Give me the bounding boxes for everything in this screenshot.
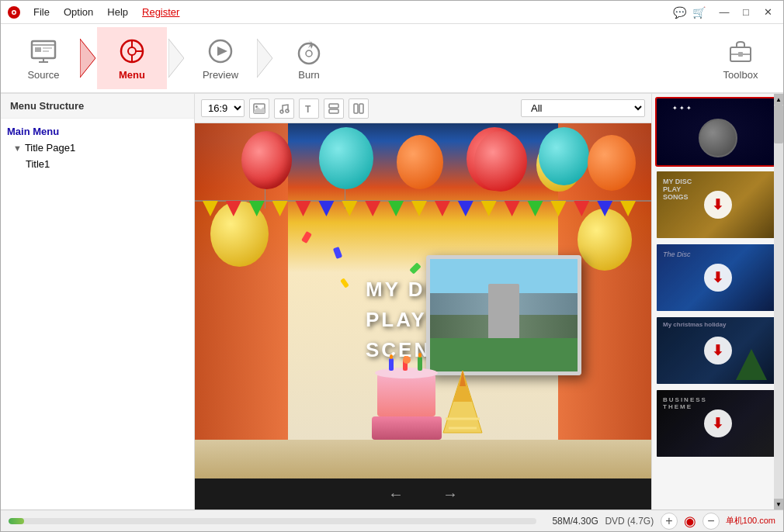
- svg-marker-52: [550, 201, 566, 216]
- status-dvd: DVD (4.7G): [598, 516, 661, 527]
- menu-button[interactable]: Menu: [97, 27, 167, 89]
- music-tool-btn[interactable]: [274, 98, 294, 119]
- svg-rect-35: [359, 104, 363, 113]
- tpl-5-download-btn[interactable]: ⬇: [704, 409, 732, 437]
- scroll-down-btn[interactable]: ▼: [774, 499, 783, 510]
- preview-button[interactable]: Preview: [186, 27, 255, 89]
- chevron-icon: ▼: [13, 143, 22, 153]
- svg-marker-41: [296, 201, 311, 216]
- svg-marker-11: [80, 39, 95, 78]
- source-button[interactable]: Source: [9, 27, 78, 89]
- svg-point-22: [306, 50, 312, 57]
- layout-tool-btn-1[interactable]: [324, 98, 344, 119]
- svg-marker-17: [168, 39, 184, 78]
- canvas-area: MY DISC PLAY SCENES: [195, 123, 651, 510]
- toolbox-button[interactable]: Toolbox: [706, 27, 775, 89]
- svg-marker-49: [481, 201, 497, 216]
- svg-marker-50: [505, 201, 520, 216]
- svg-marker-39: [249, 201, 265, 216]
- template-filter-select[interactable]: All Wedding Birthday Travel Business Chr…: [521, 99, 645, 117]
- menu-option[interactable]: Option: [57, 5, 99, 19]
- canvas-preview[interactable]: MY DISC PLAY SCENES: [195, 123, 651, 478]
- svg-rect-32: [329, 104, 338, 108]
- app-window: File Option Help Register 💬 🛒 — □ ✕: [0, 0, 784, 532]
- svg-rect-34: [354, 104, 358, 113]
- sub-toolbar: 16:9 4:3: [195, 94, 651, 123]
- filter-area: All Wedding Birthday Travel Business Chr…: [521, 99, 645, 117]
- svg-rect-5: [35, 47, 41, 52]
- svg-marker-44: [365, 201, 380, 216]
- template-item-3[interactable]: The Disc ⬇: [655, 243, 780, 313]
- title-page1-label: Title Page1: [25, 142, 75, 154]
- zoom-out-btn[interactable]: −: [702, 513, 720, 530]
- menu-register[interactable]: Register: [136, 5, 186, 19]
- svg-point-13: [128, 47, 136, 55]
- close-button[interactable]: ✕: [758, 5, 777, 20]
- balloon-orange-2: [588, 135, 636, 191]
- watermark: 单机100.com: [726, 515, 775, 527]
- template-list: ✦ ✦ ✦ MY DISCPLAYSONGS ⬇ The Disc: [652, 94, 783, 510]
- nav-prev-button[interactable]: ←: [380, 482, 411, 506]
- svg-point-29: [280, 110, 283, 113]
- minimize-button[interactable]: —: [715, 5, 734, 20]
- template-item-5[interactable]: BUSINESSTHEME ⬇: [655, 389, 780, 458]
- template-item-1[interactable]: ✦ ✦ ✦: [655, 97, 780, 167]
- aspect-ratio-select[interactable]: 16:9 4:3: [201, 99, 245, 117]
- preview-icon: [206, 36, 235, 66]
- nav-next-button[interactable]: →: [435, 482, 466, 506]
- tree-item-main-menu[interactable]: Main Menu: [1, 123, 194, 140]
- arrow-sep-2: [167, 35, 186, 81]
- svg-marker-38: [226, 201, 241, 216]
- source-label: Source: [27, 69, 59, 81]
- status-right: + ◉ − 单机100.com: [661, 513, 775, 530]
- toolbox-icon: [726, 36, 755, 66]
- menu-file[interactable]: File: [27, 5, 56, 19]
- template-item-4[interactable]: My christmas holiday ⬇: [655, 316, 780, 385]
- svg-marker-28: [254, 107, 265, 113]
- scroll-up-btn[interactable]: ▲: [774, 94, 783, 105]
- image-tool-btn[interactable]: [249, 98, 269, 119]
- tpl-1-bg: ✦ ✦ ✦: [657, 98, 779, 165]
- thumb-building: [488, 284, 519, 338]
- svg-marker-53: [574, 201, 589, 216]
- scroll-thumb[interactable]: [774, 105, 783, 143]
- tpl-3-download-btn[interactable]: ⬇: [704, 264, 732, 292]
- tpl-1-stars: ✦ ✦ ✦: [672, 105, 692, 112]
- text-tool-btn[interactable]: T: [299, 98, 319, 119]
- bunting: [195, 197, 651, 220]
- svg-rect-7: [43, 50, 49, 52]
- scene: MY DISC PLAY SCENES: [195, 123, 651, 478]
- burn-label: Burn: [298, 69, 319, 81]
- svg-rect-6: [43, 47, 52, 49]
- balloon-teal-2: [539, 127, 589, 185]
- svg-marker-40: [272, 201, 288, 216]
- left-panel: Menu Structure Main Menu ▼ Title Page1 T…: [1, 94, 195, 510]
- title-bar-left: File Option Help Register: [7, 5, 186, 19]
- music-icon: [279, 103, 290, 114]
- svg-text:T: T: [305, 104, 311, 114]
- tpl-2-download-btn[interactable]: ⬇: [704, 191, 732, 219]
- cake-group: [377, 374, 442, 440]
- arrow-sep-1: [78, 35, 97, 81]
- flame-1: [390, 354, 393, 359]
- title1-label: Title1: [26, 158, 50, 170]
- tpl-1-disc: [699, 119, 737, 157]
- layout-tool-btn-2[interactable]: [349, 98, 369, 119]
- center-area: 16:9 4:3: [195, 94, 651, 510]
- zoom-in-btn[interactable]: +: [661, 513, 678, 530]
- tpl-4-download-btn[interactable]: ⬇: [704, 337, 732, 364]
- maximize-button[interactable]: □: [737, 5, 755, 20]
- tpl-3-bg: The Disc ⬇: [657, 244, 779, 311]
- template-item-2[interactable]: MY DISCPLAYSONGS ⬇: [655, 170, 780, 240]
- tree-item-title-page1[interactable]: ▼ Title Page1: [1, 140, 194, 156]
- app-logo: [7, 5, 21, 19]
- layout-icon-2: [353, 103, 364, 114]
- scroll-track: [774, 105, 783, 499]
- tree-item-title1[interactable]: Title1: [1, 156, 194, 172]
- menu-label: Menu: [119, 69, 145, 81]
- svg-point-30: [286, 109, 289, 112]
- tpl-4-overlay: ⬇: [657, 317, 779, 384]
- burn-button[interactable]: Burn: [274, 27, 344, 89]
- menu-help[interactable]: Help: [101, 5, 134, 19]
- tree-area: Main Menu ▼ Title Page1 Title1: [1, 119, 194, 510]
